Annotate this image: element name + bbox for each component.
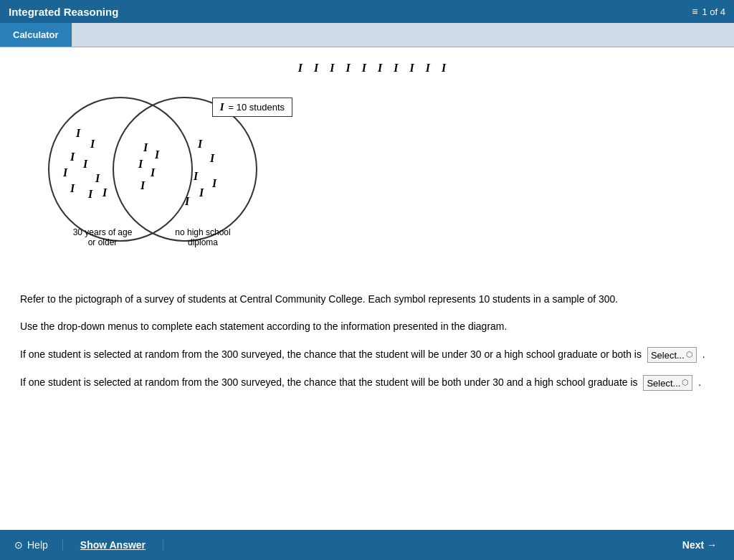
q2-select-wrapper[interactable]: Select... 1/10 1/6 1/5 1/4 1/3 1/2 2/3 3… — [643, 375, 692, 391]
main-content: I I I I I I I I I I I I I I I I I I I — [0, 47, 734, 530]
progress-text: 1 of 4 — [702, 6, 725, 17]
svg-text:I: I — [102, 186, 108, 199]
svg-text:30 years of age: 30 years of age — [73, 227, 133, 237]
svg-text:I: I — [82, 158, 88, 170]
svg-text:I: I — [70, 182, 75, 194]
question-2: If one student is selected at random fro… — [20, 374, 714, 391]
q2-select-arrow: ⬡ — [682, 376, 689, 389]
svg-text:I: I — [184, 195, 190, 207]
q1-suffix: . — [702, 348, 705, 360]
venn-diagram: I I I I I I I I I I I I I I I I I I — [34, 76, 292, 277]
q2-prefix: If one student is selected at random fro… — [20, 376, 638, 388]
svg-text:I: I — [193, 170, 199, 182]
intro-text-1: Refer to the pictograph of a survey of s… — [20, 291, 714, 307]
show-answer-button[interactable]: Show Answer — [63, 539, 163, 551]
toolbar: Calculator — [0, 23, 734, 47]
calculator-button[interactable]: Calculator — [0, 23, 72, 47]
svg-text:I: I — [62, 166, 68, 179]
q1-select[interactable]: Select... 1/10 1/6 1/5 1/4 1/3 1/2 2/3 3… — [651, 350, 685, 361]
legend-symbol: I — [220, 101, 224, 113]
footer-left: ⊙ Help Show Answer — [0, 539, 163, 551]
svg-text:I: I — [75, 127, 81, 139]
svg-text:I: I — [154, 148, 160, 161]
next-button[interactable]: Next → — [665, 539, 734, 551]
footer: ⊙ Help Show Answer Next → — [0, 530, 734, 560]
q1-select-wrapper[interactable]: Select... 1/10 1/6 1/5 1/4 1/3 1/2 2/3 3… — [647, 347, 697, 363]
question-1: If one student is selected at random fro… — [20, 346, 714, 363]
svg-point-0 — [49, 98, 192, 241]
svg-text:I: I — [197, 138, 203, 150]
help-label: Help — [27, 539, 48, 551]
svg-text:I: I — [211, 177, 217, 189]
svg-text:I: I — [150, 166, 156, 179]
svg-text:I: I — [87, 188, 93, 200]
q1-select-arrow: ⬡ — [686, 348, 693, 361]
svg-text:I: I — [209, 152, 215, 164]
help-icon: ⊙ — [14, 539, 23, 551]
q1-prefix: If one student is selected at random fro… — [20, 348, 642, 360]
legend-box: I = 10 students — [212, 98, 292, 117]
svg-text:I: I — [199, 186, 204, 199]
svg-text:I: I — [138, 158, 143, 170]
progress-icon: ≡ — [692, 6, 697, 17]
svg-text:diploma: diploma — [188, 237, 218, 247]
svg-text:no high school: no high school — [175, 227, 230, 237]
svg-text:I: I — [140, 179, 146, 191]
svg-point-1 — [113, 98, 257, 241]
legend-text: = 10 students — [229, 102, 285, 113]
svg-text:I: I — [90, 138, 95, 150]
app-title: Integrated Reasoning — [9, 6, 118, 18]
svg-text:I: I — [143, 141, 148, 153]
top-x-row: I I I I I I I I I I — [298, 62, 450, 74]
app-header: Integrated Reasoning ≡ 1 of 4 — [0, 0, 734, 23]
svg-text:I: I — [70, 151, 75, 163]
intro-text-2: Use the drop-down menus to complete each… — [20, 318, 714, 334]
q2-suffix: . — [698, 376, 701, 388]
diagram-area: I I I I I I I I I I I I I I I I I I I — [20, 62, 714, 277]
svg-text:or older: or older — [88, 237, 118, 247]
help-button[interactable]: ⊙ Help — [0, 539, 63, 551]
x-symbols-row: I I I I I I I I I I — [20, 62, 714, 75]
progress-indicator: ≡ 1 of 4 — [692, 6, 725, 17]
q2-select[interactable]: Select... 1/10 1/6 1/5 1/4 1/3 1/2 2/3 3… — [647, 378, 680, 389]
svg-text:I: I — [95, 172, 100, 184]
